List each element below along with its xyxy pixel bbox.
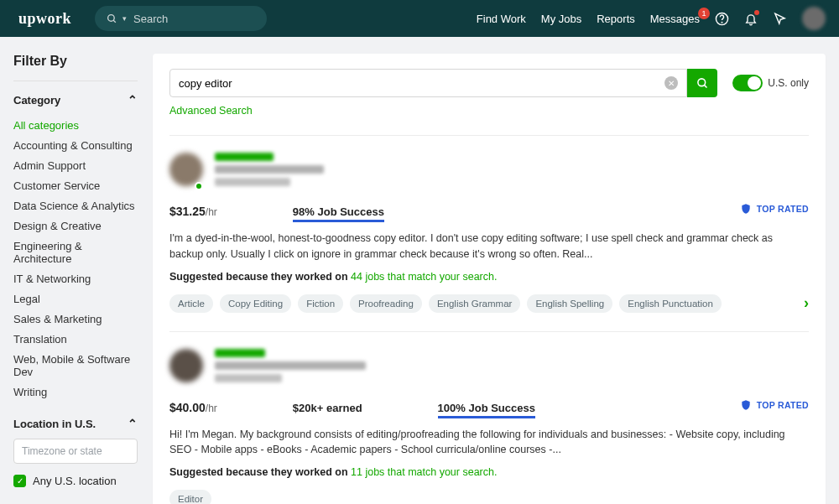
matching-jobs-link[interactable]: 11 jobs that match your search.: [351, 466, 497, 478]
category-item[interactable]: Design & Creative: [13, 216, 138, 236]
category-item[interactable]: Engineering & Architecture: [13, 236, 138, 268]
svg-point-3: [722, 22, 722, 23]
messages-badge: 1: [698, 8, 710, 19]
category-item[interactable]: Writing: [13, 382, 138, 402]
hourly-rate: $40.00/hr: [169, 401, 217, 414]
category-item[interactable]: Legal: [13, 288, 138, 309]
freelancer-name[interactable]: [215, 153, 274, 161]
skill-tag[interactable]: English Punctuation: [619, 294, 722, 313]
filter-category: Category⌃ All categories Accounting & Co…: [13, 93, 138, 402]
category-item[interactable]: Web, Mobile & Software Dev: [13, 349, 138, 382]
job-success-score: 100% Job Success: [438, 402, 535, 418]
skill-tag[interactable]: Proofreading: [350, 294, 422, 313]
svg-point-4: [698, 78, 706, 86]
category-list: All categories Accounting & Consulting A…: [13, 115, 138, 402]
category-item[interactable]: IT & Networking: [13, 268, 138, 288]
category-item[interactable]: All categories: [13, 115, 138, 135]
top-rated-badge: TOP RATED: [740, 398, 809, 412]
skill-tag[interactable]: English Grammar: [429, 294, 520, 313]
online-indicator-icon: [195, 182, 203, 190]
user-avatar[interactable]: [802, 7, 826, 30]
filter-category-toggle[interactable]: Category⌃: [13, 93, 138, 107]
freelancer-description: I'm a dyed-in-the-wool, honest-to-goodne…: [169, 231, 809, 262]
freelancer-location: [215, 178, 290, 186]
results-panel: ✕ U.S. only Advanced Search: [153, 54, 826, 504]
category-item[interactable]: Admin Support: [13, 155, 138, 175]
logo: upwork: [18, 10, 71, 28]
talent-search-box[interactable]: ✕: [169, 69, 687, 97]
chevron-up-icon: ⌃: [128, 93, 138, 107]
freelancer-title: [215, 361, 366, 370]
freelancer-card[interactable]: $31.25/hr 98% Job Success TOP RATED I'm …: [169, 135, 809, 331]
chevron-down-icon[interactable]: ▾: [122, 14, 127, 23]
notification-dot: [754, 10, 759, 15]
checkbox-checked-icon: ✓: [13, 475, 26, 487]
skill-tag[interactable]: Article: [169, 294, 213, 313]
job-success-score: 98% Job Success: [293, 205, 384, 222]
filter-sidebar: Filter By Category⌃ All categories Accou…: [13, 54, 138, 504]
suggestion-text: Suggested because they worked on 11 jobs…: [169, 466, 809, 478]
filter-location-toggle[interactable]: Location in U.S.⌃: [13, 417, 138, 430]
svg-line-5: [704, 85, 706, 87]
matching-jobs-link[interactable]: 44 jobs that match your search.: [351, 271, 497, 283]
nav-messages[interactable]: Messages1: [650, 13, 700, 25]
category-item[interactable]: Sales & Marketing: [13, 309, 138, 329]
category-item[interactable]: Data Science & Analytics: [13, 195, 138, 216]
cursor-icon[interactable]: [773, 12, 787, 26]
skill-tag[interactable]: Editor: [169, 490, 211, 504]
app-header: upwork ▾ Find Work My Jobs Reports Messa…: [0, 0, 839, 37]
category-item[interactable]: Accounting & Consulting: [13, 135, 138, 155]
skill-tag[interactable]: English Spelling: [527, 294, 612, 313]
any-location-checkbox[interactable]: ✓ Any U.S. location: [13, 472, 138, 490]
suggestion-text: Suggested because they worked on 44 jobs…: [169, 271, 809, 283]
nav-find-work[interactable]: Find Work: [477, 13, 526, 25]
freelancer-title: [215, 165, 324, 174]
clear-icon[interactable]: ✕: [664, 76, 678, 90]
skill-tags: Article Copy Editing Fiction Proofreadin…: [169, 294, 809, 313]
freelancer-card[interactable]: $40.00/hr $20k+ earned 100% Job Success …: [169, 331, 809, 505]
skill-tags: Editor: [169, 490, 809, 504]
us-only-toggle[interactable]: [732, 75, 763, 91]
bell-icon[interactable]: [744, 12, 758, 26]
hourly-rate: $31.25/hr: [169, 205, 217, 218]
chevron-up-icon: ⌃: [128, 417, 138, 430]
category-item[interactable]: Customer Service: [13, 175, 138, 195]
category-item[interactable]: Translation: [13, 329, 138, 349]
nav-my-jobs[interactable]: My Jobs: [541, 13, 581, 25]
freelancer-location: [215, 374, 282, 382]
freelancer-avatar[interactable]: [169, 349, 203, 387]
chevron-right-icon[interactable]: ›: [804, 294, 809, 312]
search-button[interactable]: [687, 69, 717, 97]
skill-tag[interactable]: Copy Editing: [220, 294, 291, 313]
nav-reports[interactable]: Reports: [597, 13, 635, 25]
us-only-label: U.S. only: [768, 77, 809, 89]
svg-point-0: [108, 14, 115, 21]
freelancer-description: Hi! I'm Megan. My background consists of…: [169, 427, 809, 459]
global-search[interactable]: ▾: [95, 6, 267, 31]
total-earned: $20k+ earned: [293, 402, 362, 414]
top-rated-badge: TOP RATED: [740, 202, 809, 216]
global-search-input[interactable]: [133, 13, 234, 25]
skill-tag[interactable]: Fiction: [298, 294, 343, 313]
advanced-search-link[interactable]: Advanced Search: [169, 105, 253, 117]
talent-search-input[interactable]: [179, 77, 664, 90]
location-input[interactable]: [13, 439, 138, 464]
freelancer-name[interactable]: [215, 349, 265, 357]
search-icon: [107, 13, 117, 24]
help-icon[interactable]: [715, 12, 729, 26]
primary-nav: Find Work My Jobs Reports Messages1: [477, 7, 826, 30]
svg-line-1: [113, 20, 116, 23]
filter-location: Location in U.S.⌃ ✓ Any U.S. location: [13, 417, 138, 490]
filter-title: Filter By: [13, 54, 138, 69]
freelancer-avatar[interactable]: [169, 153, 203, 190]
